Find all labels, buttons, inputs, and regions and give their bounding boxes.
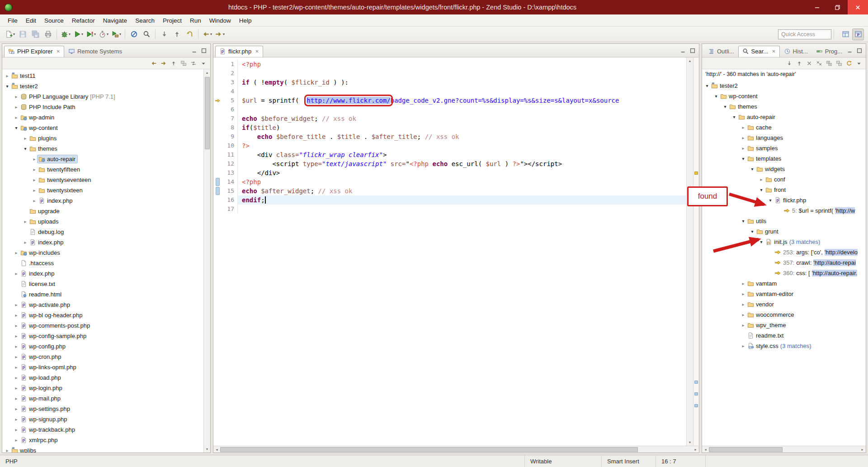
search-horizontal-scrollbar[interactable]: ◂ ▸: [702, 446, 866, 453]
tree-item-init-js[interactable]: ▾JSinit.js (3 matches): [704, 237, 866, 247]
code-line-11[interactable]: 11 <div class="flickr_wrap clearfix">: [213, 150, 686, 159]
search-tab-prog[interactable]: Prog...: [812, 46, 845, 57]
overview-ruler[interactable]: [693, 57, 699, 446]
search-match-row[interactable]: 360: css: ['http://auto-repair.: [704, 268, 866, 278]
tree-item-twentyseventeen[interactable]: ▸twentyseventeen: [4, 175, 210, 185]
tree-item-license-txt[interactable]: license.txt: [4, 279, 210, 289]
expand-expander-icon[interactable]: ▸: [13, 115, 19, 120]
search-tab-sear[interactable]: Sear...✕: [738, 46, 780, 57]
run-button[interactable]: ▾: [72, 29, 84, 40]
close-window-button[interactable]: [848, 0, 868, 14]
overview-match-marker[interactable]: [694, 172, 698, 175]
external-tools-button[interactable]: ▾: [110, 29, 122, 40]
expand-expander-icon[interactable]: ▸: [22, 240, 28, 245]
scroll-left-icon[interactable]: ◂: [213, 446, 220, 453]
back-button[interactable]: [149, 59, 158, 68]
expand-expander-icon[interactable]: ▸: [22, 136, 28, 141]
expand-expander-icon[interactable]: ▸: [31, 177, 38, 182]
tree-item-debug-log[interactable]: debug.log: [4, 227, 210, 237]
scrollbar-thumb[interactable]: [220, 447, 638, 452]
tree-item-index-php[interactable]: ▸Pindex.php: [4, 268, 210, 279]
new-search-button[interactable]: [141, 29, 152, 40]
expand-expander-icon[interactable]: ▸: [13, 323, 19, 328]
search-match-row[interactable]: 5: $url = sprintf( 'http://w: [704, 205, 866, 216]
next-annotation-button[interactable]: [158, 29, 170, 40]
minimize-view-button[interactable]: [189, 46, 199, 55]
tree-item-widgets[interactable]: ▾widgets: [704, 164, 866, 174]
tree-item-wp-includes[interactable]: ▸wp-includes: [4, 248, 210, 258]
expand-expander-icon[interactable]: ▸: [740, 125, 746, 130]
expand-expander-icon[interactable]: ▸: [13, 354, 19, 359]
expand-expander-icon[interactable]: ▸: [13, 105, 19, 110]
expand-expander-icon[interactable]: ▸: [13, 94, 19, 99]
profile-button[interactable]: ▾: [98, 29, 109, 40]
expand-expander-icon[interactable]: ▸: [31, 188, 38, 193]
tree-item-index-php[interactable]: ▸Pindex.php: [4, 195, 210, 206]
expand-expander-icon[interactable]: ▸: [4, 448, 10, 453]
expand-expander-icon[interactable]: ▸: [13, 375, 19, 380]
collapse-expander-icon[interactable]: ▾: [767, 198, 774, 203]
tree-item-tester2[interactable]: ▾tester2: [704, 81, 866, 91]
collapse-all-button[interactable]: [179, 59, 188, 68]
expand-expander-icon[interactable]: ▸: [13, 396, 19, 401]
menu-search[interactable]: Search: [131, 15, 159, 26]
quick-access-input[interactable]: [778, 29, 831, 39]
tree-item-auto-repair[interactable]: ▾auto-repair: [704, 112, 866, 122]
editor-tab-flickr-php[interactable]: Pflickr.php✕: [215, 46, 263, 57]
expand-expander-icon[interactable]: ▸: [13, 313, 19, 318]
scroll-right-icon[interactable]: ▸: [692, 446, 699, 453]
code-line-13[interactable]: 13 </div>: [213, 168, 686, 177]
tree-item-wp-signup-php[interactable]: ▸Pwp-signup.php: [4, 414, 210, 424]
back-button[interactable]: ▾: [201, 29, 213, 40]
view-menu-button[interactable]: [854, 59, 863, 68]
menu-project[interactable]: Project: [159, 15, 186, 26]
collapse-expander-icon[interactable]: ▾: [22, 146, 28, 151]
maximize-editor-button[interactable]: [688, 46, 697, 55]
coverage-button[interactable]: ▾: [85, 29, 97, 40]
close-tab-icon[interactable]: ✕: [255, 49, 259, 54]
explorer-tab-remote-systems[interactable]: Remote Systems: [64, 46, 126, 57]
menu-window[interactable]: Window: [205, 15, 235, 26]
scroll-up-icon[interactable]: ▴: [687, 57, 693, 64]
code-area[interactable]: 1<?php23if ( !empty( $flickr_id ) ):45$u…: [213, 57, 686, 446]
code-line-14[interactable]: 14<?php: [213, 177, 686, 186]
previous-match-button[interactable]: [794, 59, 804, 68]
tree-item-readme-html[interactable]: readme.html: [4, 289, 210, 300]
tree-item-uploads[interactable]: ▸uploads: [4, 216, 210, 227]
tree-item-vamtam[interactable]: ▸vamtam: [704, 278, 866, 289]
tree-item-wp-content[interactable]: ▾wp-content: [4, 123, 210, 133]
tree-item-tester2[interactable]: ▾tester2: [4, 81, 210, 91]
collapse-expander-icon[interactable]: ▾: [740, 156, 746, 161]
tree-item-wp-links-opml-php[interactable]: ▸Pwp-links-opml.php: [4, 362, 210, 372]
collapse-expander-icon[interactable]: ▾: [4, 84, 10, 89]
collapse-expander-icon[interactable]: ▾: [722, 104, 728, 109]
code-line-12[interactable]: 12 <script type="text/javascript" src="<…: [213, 159, 686, 168]
code-line-2[interactable]: 2: [213, 69, 686, 78]
expand-expander-icon[interactable]: ▸: [31, 157, 38, 162]
search-match-row[interactable]: 357: crawl: 'http://auto-repai: [704, 257, 866, 268]
save-all-button[interactable]: [29, 29, 41, 40]
collapse-expander-icon[interactable]: ▾: [758, 239, 764, 244]
forward-button[interactable]: [159, 59, 168, 68]
menu-help[interactable]: Help: [235, 15, 256, 26]
scroll-left-icon[interactable]: ◂: [702, 446, 709, 453]
tree-item-wp-mail-php[interactable]: ▸Pwp-mail.php: [4, 393, 210, 404]
code-line-16[interactable]: 16endif;: [213, 195, 686, 205]
tree-item-wpv-theme[interactable]: ▸wpv_theme: [704, 320, 866, 330]
expand-expander-icon[interactable]: ▸: [740, 343, 746, 348]
menu-run[interactable]: Run: [186, 15, 205, 26]
scroll-up-icon[interactable]: ▴: [204, 69, 211, 76]
code-line-6[interactable]: 6: [213, 105, 686, 114]
overview-change-marker[interactable]: [694, 404, 698, 407]
forward-button[interactable]: ▾: [214, 29, 226, 40]
expand-expander-icon[interactable]: ▸: [13, 417, 19, 422]
tree-item-wp-comments-post-php[interactable]: ▸Pwp-comments-post.php: [4, 320, 210, 331]
expand-expander-icon[interactable]: ▸: [740, 135, 746, 140]
collapse-expander-icon[interactable]: ▾: [713, 94, 719, 99]
open-perspective-button[interactable]: [840, 29, 851, 40]
tree-item-cache[interactable]: ▸cache: [704, 122, 866, 133]
collapse-expander-icon[interactable]: ▾: [13, 125, 19, 130]
expand-expander-icon[interactable]: ▸: [740, 291, 746, 296]
code-line-3[interactable]: 3if ( !empty( $flickr_id ) ):: [213, 78, 686, 87]
collapse-all-button[interactable]: [834, 59, 844, 68]
